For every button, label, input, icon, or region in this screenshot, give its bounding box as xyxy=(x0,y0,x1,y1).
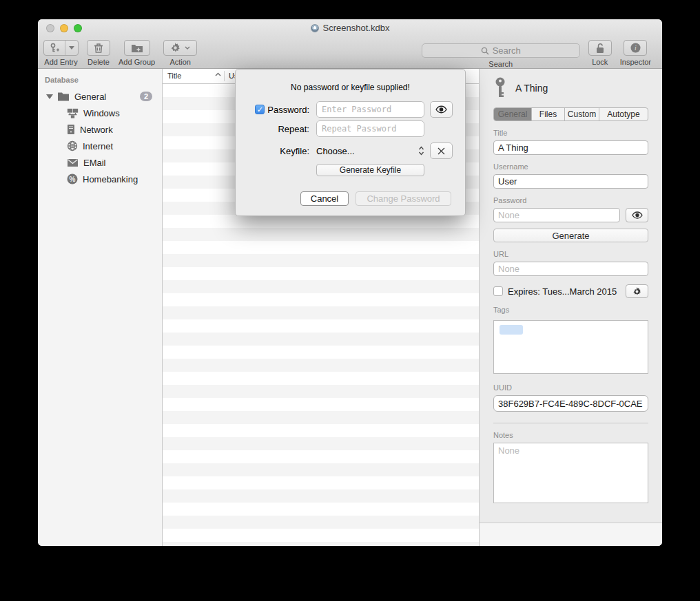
title-label: Title xyxy=(493,129,648,137)
envelope-icon xyxy=(67,158,79,167)
svg-text:i: i xyxy=(635,44,637,52)
folder-icon xyxy=(57,92,70,101)
username-field[interactable] xyxy=(493,174,648,189)
inspector-tabs: General Files Custom Autotype xyxy=(493,107,648,121)
reveal-password-button[interactable] xyxy=(430,101,453,118)
enter-password-field[interactable] xyxy=(316,101,424,118)
change-password-button[interactable]: Change Password xyxy=(356,191,451,206)
expires-checkbox[interactable] xyxy=(493,286,503,296)
entry-count-badge: 2 xyxy=(140,92,152,101)
percent-icon: % xyxy=(67,173,78,184)
window-title: Screenshot.kdbx xyxy=(323,23,390,33)
server-icon xyxy=(67,124,75,135)
tags-field[interactable] xyxy=(493,320,648,374)
keyfile-popup[interactable]: Choose... xyxy=(316,146,424,156)
sidebar-header: Database xyxy=(38,74,162,88)
keyfile-value: Choose... xyxy=(316,146,418,156)
trash-icon xyxy=(94,43,103,53)
unlock-icon xyxy=(595,43,605,54)
info-icon: i xyxy=(630,43,641,53)
add-entry-dropdown[interactable] xyxy=(65,41,78,55)
expires-settings-button[interactable] xyxy=(626,284,648,298)
sort-ascending-icon xyxy=(215,72,221,76)
search-label: Search xyxy=(488,60,513,68)
sidebar: Database General 2 Windows xyxy=(38,69,163,546)
generate-password-button[interactable]: Generate xyxy=(493,229,648,242)
password-checkbox[interactable]: ✓ xyxy=(255,105,265,114)
add-entry-button[interactable] xyxy=(43,40,79,56)
generate-keyfile-button[interactable]: Generate Keyfile xyxy=(316,164,424,176)
uuid-field[interactable] xyxy=(493,395,648,412)
titlebar[interactable]: Screenshot.kdbx xyxy=(38,19,662,37)
gear-icon xyxy=(632,287,641,296)
inspector-button[interactable]: i xyxy=(624,40,647,56)
sidebar-item-email[interactable]: EMail xyxy=(38,154,162,171)
window-header: Screenshot.kdbx Add xyxy=(38,19,662,69)
close-x-icon xyxy=(438,147,445,155)
url-label: URL xyxy=(493,250,648,258)
inspector-label: Inspector xyxy=(620,58,651,66)
search-placeholder: Search xyxy=(493,45,521,56)
lock-label: Lock xyxy=(592,58,608,66)
disclosure-triangle-icon[interactable] xyxy=(46,94,53,99)
toolbar: Add Entry Delete xyxy=(38,37,662,69)
key-plus-icon xyxy=(44,41,65,55)
delete-button[interactable] xyxy=(87,40,110,56)
username-label: Username xyxy=(493,162,648,171)
tab-autotype[interactable]: Autotype xyxy=(599,108,648,120)
notes-label: Notes xyxy=(493,431,648,439)
lock-button[interactable] xyxy=(588,40,612,56)
dialog-keyfile-label: Keyfile: xyxy=(280,146,309,156)
reveal-password-button[interactable] xyxy=(626,208,648,222)
notes-field[interactable] xyxy=(493,443,648,503)
svg-text:%: % xyxy=(70,176,76,183)
sidebar-item-network[interactable]: Network xyxy=(38,121,162,138)
windows-network-icon xyxy=(67,108,79,118)
action-button[interactable] xyxy=(163,40,197,56)
search-input[interactable]: Search xyxy=(422,43,580,58)
sidebar-item-general[interactable]: General 2 xyxy=(38,88,162,105)
eye-icon xyxy=(632,211,643,219)
password-field[interactable] xyxy=(493,208,620,222)
clear-keyfile-button[interactable] xyxy=(430,143,453,159)
sidebar-item-label: Internet xyxy=(83,141,113,151)
inspector-panel: A Thing General Files Custom Autotype Ti… xyxy=(480,69,662,546)
stepper-icon xyxy=(418,146,424,156)
dialog-repeat-label: Repeat: xyxy=(278,124,309,134)
dialog-message: No password or keyfile supplied! xyxy=(236,83,465,92)
gear-icon xyxy=(170,43,181,53)
sidebar-item-label: EMail xyxy=(83,158,106,168)
sidebar-item-label: General xyxy=(74,92,106,102)
sidebar-item-homebanking[interactable]: % Homebanking xyxy=(38,171,162,187)
sidebar-item-label: Network xyxy=(80,125,113,135)
url-field[interactable] xyxy=(493,262,648,276)
sidebar-item-label: Windows xyxy=(83,108,120,118)
divider xyxy=(493,423,648,423)
tab-custom[interactable]: Custom xyxy=(565,108,599,120)
key-icon xyxy=(493,77,507,99)
inspector-footer xyxy=(480,523,662,546)
delete-label: Delete xyxy=(88,58,110,66)
uuid-label: UUID xyxy=(493,383,648,392)
tags-label: Tags xyxy=(493,306,648,314)
cancel-button[interactable]: Cancel xyxy=(300,191,349,206)
tab-files[interactable]: Files xyxy=(532,108,565,120)
add-group-button[interactable] xyxy=(124,40,150,56)
expires-label: Expires: Tues...March 2015 xyxy=(508,286,621,297)
repeat-password-field[interactable] xyxy=(316,120,424,137)
folder-plus-icon xyxy=(131,43,143,53)
sidebar-item-windows[interactable]: Windows xyxy=(38,105,162,121)
dialog-password-label: Password: xyxy=(267,105,309,115)
title-field[interactable] xyxy=(493,140,648,155)
tab-general[interactable]: General xyxy=(494,108,532,120)
add-group-label: Add Group xyxy=(119,58,155,66)
column-header-title[interactable]: Title xyxy=(167,72,181,80)
entry-title: A Thing xyxy=(515,83,548,94)
sidebar-item-internet[interactable]: Internet xyxy=(38,138,162,154)
sidebar-item-label: Homebanking xyxy=(83,174,138,184)
app-window: Screenshot.kdbx Add xyxy=(38,19,662,546)
column-divider[interactable] xyxy=(224,71,225,81)
document-icon xyxy=(311,24,319,32)
tag-pill[interactable] xyxy=(500,325,523,335)
eye-icon xyxy=(435,105,447,114)
